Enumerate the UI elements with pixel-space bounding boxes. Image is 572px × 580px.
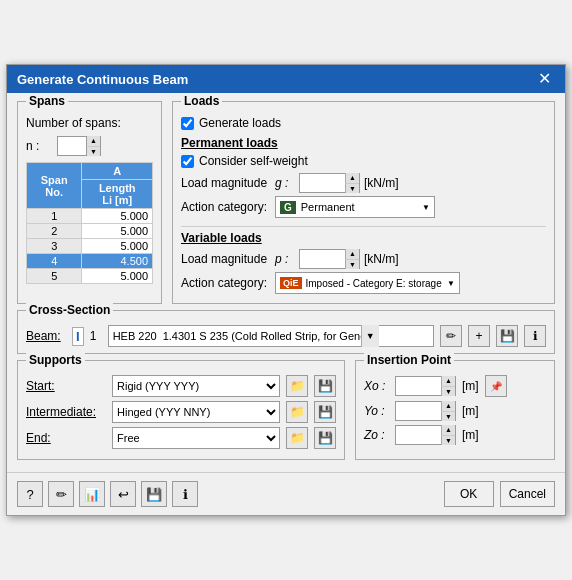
- insertion-point-label: Insertion Point: [364, 353, 454, 367]
- p-input[interactable]: 0.000: [300, 250, 345, 268]
- n-up-btn[interactable]: ▲: [86, 136, 100, 147]
- dialog-title: Generate Continuous Beam: [17, 72, 188, 87]
- beam-info-btn[interactable]: ℹ: [524, 325, 546, 347]
- zo-up-btn[interactable]: ▲: [441, 425, 455, 436]
- table-row[interactable]: 25.000: [27, 224, 153, 239]
- n-down-btn[interactable]: ▼: [86, 147, 100, 157]
- beam-profile-selector[interactable]: HEB 220 1.4301 S 235 (Cold Rolled Strip,…: [108, 325, 434, 347]
- beam-profile: HEB 220: [109, 330, 161, 342]
- action-cat-var-label: Action category:: [181, 276, 271, 290]
- zo-input[interactable]: 0.000: [396, 426, 441, 444]
- span-no-cell: 5: [27, 269, 82, 284]
- length-cell: 5.000: [82, 269, 153, 284]
- col-span-no: SpanNo.: [27, 163, 82, 209]
- span-no-cell: 4: [27, 254, 82, 269]
- start-select[interactable]: Rigid (YYY YYY) Hinged (YYY NNY) Free: [112, 375, 280, 397]
- xo-spinner[interactable]: 0.000 ▲ ▼: [395, 376, 456, 396]
- beam-i-icon: I: [72, 327, 84, 346]
- start-save-btn[interactable]: 💾: [314, 375, 336, 397]
- beam-save-btn[interactable]: 💾: [496, 325, 518, 347]
- start-edit-btn[interactable]: 📁: [286, 375, 308, 397]
- intermediate-select[interactable]: Hinged (YYY NNY) Rigid (YYY YYY) Free: [112, 401, 280, 423]
- n-spinner[interactable]: 5 ▲ ▼: [57, 136, 101, 156]
- p-label: p :: [275, 252, 295, 266]
- spans-label: Spans: [26, 94, 68, 108]
- permanent-category-select-wrapper[interactable]: G Permanent ▼ Permanent: [275, 196, 435, 218]
- p-unit: [kN/m]: [364, 252, 399, 266]
- g-label: g :: [275, 176, 295, 190]
- table-row[interactable]: 55.000: [27, 269, 153, 284]
- g-up-btn[interactable]: ▲: [345, 173, 359, 184]
- n-input[interactable]: 5: [58, 137, 86, 155]
- col-a: A: [82, 163, 153, 180]
- length-cell: 5.000: [82, 239, 153, 254]
- insertion-point-section: Insertion Point Xo : 0.000 ▲ ▼ [m] 📌 Yo …: [355, 360, 555, 460]
- p-down-btn[interactable]: ▼: [345, 260, 359, 270]
- g-down-btn[interactable]: ▼: [345, 184, 359, 194]
- num-spans-label: Number of spans:: [26, 116, 121, 130]
- yo-down-btn[interactable]: ▼: [441, 412, 455, 422]
- zo-spinner[interactable]: 0.000 ▲ ▼: [395, 425, 456, 445]
- load-mag-perm-label: Load magnitude: [181, 176, 271, 190]
- intermediate-edit-btn[interactable]: 📁: [286, 401, 308, 423]
- variable-loads-label: Variable loads: [181, 231, 546, 245]
- beam-label: Beam:: [26, 329, 66, 343]
- intermediate-label: Intermediate:: [26, 405, 106, 419]
- g-input[interactable]: 0.400: [300, 174, 345, 192]
- supports-section: Supports Start: Rigid (YYY YYY) Hinged (…: [17, 360, 345, 460]
- help-btn[interactable]: ?: [17, 481, 43, 507]
- info-btn[interactable]: ℹ: [172, 481, 198, 507]
- title-bar: Generate Continuous Beam ✕: [7, 65, 565, 93]
- xo-input[interactable]: 0.000: [396, 377, 441, 395]
- consider-self-weight-checkbox[interactable]: [181, 155, 194, 168]
- supports-label: Supports: [26, 353, 85, 367]
- end-edit-btn[interactable]: 📁: [286, 427, 308, 449]
- ok-button[interactable]: OK: [444, 481, 494, 507]
- yo-up-btn[interactable]: ▲: [441, 401, 455, 412]
- variable-category-select-wrapper[interactable]: QiE Imposed - Category E: storage ▼ Impo…: [275, 272, 460, 294]
- save-btn[interactable]: 💾: [141, 481, 167, 507]
- start-label: Start:: [26, 379, 106, 393]
- edit-btn[interactable]: ✏: [48, 481, 74, 507]
- span-no-cell: 3: [27, 239, 82, 254]
- spans-section: Spans Number of spans: n : 5 ▲ ▼: [17, 101, 162, 304]
- xo-up-btn[interactable]: ▲: [441, 376, 455, 387]
- xo-unit: [m]: [462, 379, 479, 393]
- g-unit: [kN/m]: [364, 176, 399, 190]
- intermediate-save-btn[interactable]: 💾: [314, 401, 336, 423]
- generate-continuous-beam-dialog: Generate Continuous Beam ✕ Spans Number …: [6, 64, 566, 516]
- generate-loads-checkbox[interactable]: [181, 117, 194, 130]
- footer-toolbar: ? ✏ 📊 ↩ 💾 ℹ: [17, 481, 438, 507]
- zo-unit: [m]: [462, 428, 479, 442]
- xo-down-btn[interactable]: ▼: [441, 387, 455, 397]
- p-up-btn[interactable]: ▲: [345, 249, 359, 260]
- end-save-btn[interactable]: 💾: [314, 427, 336, 449]
- beam-edit-btn[interactable]: ✏: [440, 325, 462, 347]
- cross-section-section: Cross-Section Beam: I 1 HEB 220 1.4301 S…: [17, 310, 555, 354]
- g-spinner[interactable]: 0.400 ▲ ▼: [299, 173, 360, 193]
- cross-section-label: Cross-Section: [26, 303, 113, 317]
- table-row[interactable]: 35.000: [27, 239, 153, 254]
- close-button[interactable]: ✕: [534, 71, 555, 87]
- xo-pick-btn[interactable]: 📌: [485, 375, 507, 397]
- end-label: End:: [26, 431, 106, 445]
- n-label: n :: [26, 139, 51, 153]
- p-spinner[interactable]: 0.000 ▲ ▼: [299, 249, 360, 269]
- loads-section: Loads Generate loads Permanent loads Con…: [172, 101, 555, 304]
- zo-down-btn[interactable]: ▼: [441, 436, 455, 446]
- yo-spinner[interactable]: 0.000 ▲ ▼: [395, 401, 456, 421]
- loads-label: Loads: [181, 94, 222, 108]
- length-cell: 5.000: [82, 224, 153, 239]
- table-row[interactable]: 15.000: [27, 209, 153, 224]
- beam-add-btn[interactable]: +: [468, 325, 490, 347]
- span-no-cell: 2: [27, 224, 82, 239]
- table-row[interactable]: 44.500: [27, 254, 153, 269]
- chart-btn[interactable]: 📊: [79, 481, 105, 507]
- end-select[interactable]: Free Rigid (YYY YYY) Hinged (YYY NNY): [112, 427, 280, 449]
- cancel-button[interactable]: Cancel: [500, 481, 555, 507]
- xo-label: Xo :: [364, 379, 389, 393]
- yo-input[interactable]: 0.000: [396, 402, 441, 420]
- yo-unit: [m]: [462, 404, 479, 418]
- undo-btn[interactable]: ↩: [110, 481, 136, 507]
- beam-dropdown-btn[interactable]: ▼: [361, 325, 379, 347]
